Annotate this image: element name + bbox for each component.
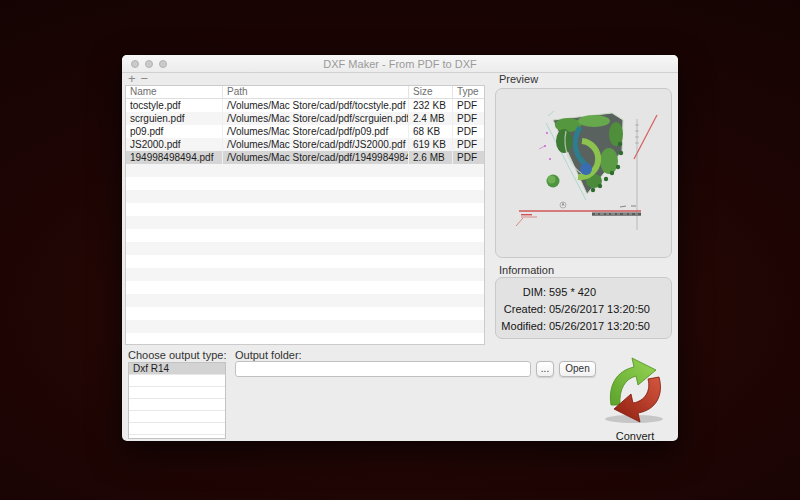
open-button[interactable]: Open — [559, 361, 596, 377]
column-header-path[interactable]: Path — [223, 86, 409, 98]
traffic-lights — [131, 60, 167, 68]
table-empty-row — [126, 268, 484, 281]
table-empty-row — [126, 190, 484, 203]
table-empty-row — [126, 320, 484, 333]
info-field-value: 595 * 420 — [549, 284, 671, 301]
table-empty-row — [126, 242, 484, 255]
info-field-label: DIM: — [496, 284, 546, 301]
table-empty-row — [126, 294, 484, 307]
output-type-empty-row — [129, 399, 225, 411]
table-empty-row — [126, 307, 484, 320]
table-empty-row — [126, 255, 484, 268]
minimize-icon[interactable] — [145, 60, 153, 68]
file-table-header: Name Path Size Type — [126, 86, 484, 99]
information-panel: DIM:595 * 420Created:05/26/2017 13:20:50… — [495, 277, 672, 339]
output-type-empty-row — [129, 411, 225, 423]
info-field-value: 05/26/2017 13:20:50 — [549, 301, 671, 318]
column-header-type[interactable]: Type — [453, 86, 484, 98]
table-row[interactable]: 194998498494.pdf /Volumes/Mac Store/cad/… — [126, 151, 484, 164]
convert-icon — [601, 353, 669, 425]
column-header-name[interactable]: Name — [126, 86, 223, 98]
file-table-body: tocstyle.pdf /Volumes/Mac Store/cad/pdf/… — [126, 99, 484, 346]
preview-panel — [495, 88, 672, 258]
output-folder-input[interactable] — [235, 361, 531, 377]
info-field: DIM:595 * 420 — [496, 284, 671, 301]
table-empty-row — [126, 216, 484, 229]
output-type-empty-row — [129, 423, 225, 435]
output-type-empty-row — [129, 387, 225, 399]
table-row[interactable]: tocstyle.pdf /Volumes/Mac Store/cad/pdf/… — [126, 99, 484, 112]
output-folder-label: Output folder: — [235, 349, 302, 361]
table-empty-row — [126, 281, 484, 294]
add-file-icon[interactable]: + — [128, 73, 136, 85]
file-table: Name Path Size Type tocstyle.pdf /Volume… — [125, 85, 485, 345]
preview-label: Preview — [499, 73, 538, 85]
table-empty-row — [126, 203, 484, 216]
list-toolbar: + − — [128, 73, 148, 85]
output-type-list: Dxf R14 — [128, 362, 226, 439]
browse-button[interactable]: ... — [536, 361, 554, 377]
info-field-label: Modified: — [496, 318, 546, 335]
preview-drawing — [496, 89, 672, 258]
output-type-label: Choose output type: — [128, 349, 226, 361]
remove-file-icon[interactable]: − — [141, 73, 149, 85]
table-empty-row — [126, 333, 484, 346]
output-type-empty-row — [129, 375, 225, 387]
info-field: Created:05/26/2017 13:20:50 — [496, 301, 671, 318]
table-empty-row — [126, 229, 484, 242]
table-empty-row — [126, 164, 484, 177]
table-row[interactable]: p09.pdf /Volumes/Mac Store/cad/pdf/p09.p… — [126, 125, 484, 138]
app-window: DXF Maker - From PDF to DXF + − Name Pat… — [122, 55, 678, 441]
column-header-size[interactable]: Size — [409, 86, 453, 98]
convert-button[interactable]: Convert — [601, 353, 669, 439]
table-row[interactable]: JS2000.pdf /Volumes/Mac Store/cad/pdf/JS… — [126, 138, 484, 151]
window-title: DXF Maker - From PDF to DXF — [122, 55, 678, 73]
info-field-value: 05/26/2017 13:20:50 — [549, 318, 671, 335]
title-bar[interactable]: DXF Maker - From PDF to DXF — [122, 55, 678, 73]
table-empty-row — [126, 177, 484, 190]
table-row[interactable]: scrguien.pdf /Volumes/Mac Store/cad/pdf/… — [126, 112, 484, 125]
zoom-icon[interactable] — [159, 60, 167, 68]
convert-label: Convert — [601, 430, 669, 441]
information-label: Information — [499, 264, 554, 276]
info-field-label: Created: — [496, 301, 546, 318]
info-field: Modified:05/26/2017 13:20:50 — [496, 318, 671, 335]
output-type-item[interactable]: Dxf R14 — [129, 363, 225, 375]
window-content: + − Name Path Size Type tocstyle.pdf /Vo… — [122, 73, 678, 441]
close-icon[interactable] — [131, 60, 139, 68]
